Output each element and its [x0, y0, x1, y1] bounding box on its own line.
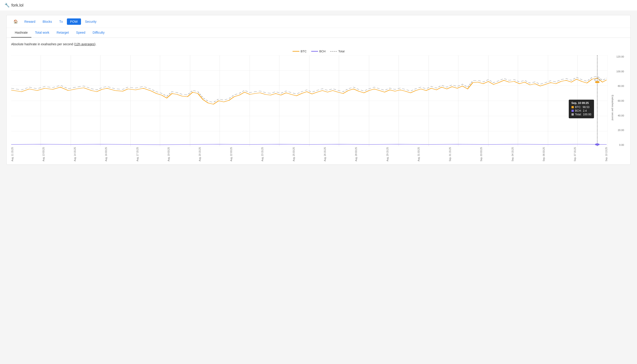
x-tick-0: Aug. 11 15:25 — [11, 147, 14, 161]
tab-total-work[interactable]: Total work — [32, 28, 53, 38]
x-tick-2: Aug. 14 15:25 — [74, 147, 76, 161]
main-container: 🏠 Reward Blocks Tx POW Security Hashrate… — [6, 15, 631, 165]
chart-description: Absolute hashrate in exahashes per secon… — [11, 42, 626, 46]
chart-wrapper: 120.00 100.00 80.00 60.00 40.00 20.00 0.… — [11, 55, 626, 160]
nav-home-icon[interactable]: 🏠 — [11, 18, 20, 25]
tab-bar: Hashrate Total work Retarget Speed Diffi… — [6, 28, 630, 38]
nav-item-tx[interactable]: Tx — [56, 18, 66, 25]
y-tick-0: 0.00 — [619, 144, 624, 146]
y-tick-40: 40.00 — [618, 114, 624, 117]
legend-total: Total — [330, 50, 344, 53]
nav-bar: 🏠 Reward Blocks Tx POW Security — [6, 15, 630, 28]
chart-legend: BTC BCH Total — [11, 50, 626, 53]
x-tick-5: Aug. 19 03:25 — [168, 147, 170, 161]
tab-hashrate[interactable]: Hashrate — [11, 28, 32, 38]
header: 🔧 fork.lol — [0, 0, 637, 10]
y-tick-80: 80.00 — [618, 85, 624, 87]
y-tick-120: 120.00 — [616, 55, 624, 58]
x-tick-6: Aug. 20 15:25 — [198, 147, 201, 161]
logo-icon: 🔧 — [4, 3, 10, 8]
y-axis-title: Exahashes per second — [611, 95, 614, 120]
x-tick-3: Aug. 16 03:25 — [105, 147, 108, 161]
bch-dot — [595, 144, 599, 145]
x-tick-11: Aug. 28 03:25 — [355, 147, 358, 161]
chart-area — [11, 55, 608, 146]
x-tick-9: Aug. 25 03:25 — [292, 147, 295, 161]
x-tick-12: Aug. 29 15:25 — [386, 147, 389, 161]
x-tick-16: Sep. 04 15:25 — [512, 147, 514, 161]
legend-total-line — [330, 51, 337, 52]
legend-total-label: Total — [338, 50, 344, 53]
x-tick-10: Aug. 26 15:25 — [324, 147, 326, 161]
y-tick-60: 60.00 — [618, 100, 624, 102]
nav-item-security[interactable]: Security — [82, 18, 100, 25]
x-tick-4: Aug. 17 15:25 — [136, 147, 139, 161]
y-axis-labels: 120.00 100.00 80.00 60.00 40.00 20.00 0.… — [608, 55, 626, 146]
chart-section: Absolute hashrate in exahashes per secon… — [6, 38, 630, 164]
nav-item-blocks[interactable]: Blocks — [39, 18, 55, 25]
x-tick-7: Aug. 22 03:25 — [230, 147, 232, 161]
logo: 🔧 fork.lol — [4, 3, 24, 8]
x-tick-15: Sep. 03 03:25 — [480, 147, 482, 161]
x-tick-19: Sep. 10 13:25 — [605, 147, 608, 161]
tab-speed[interactable]: Speed — [72, 28, 89, 38]
legend-btc-line — [292, 51, 300, 52]
y-tick-20: 20.00 — [618, 129, 624, 132]
legend-btc: BTC — [292, 50, 307, 53]
chart-svg — [11, 55, 608, 146]
x-axis-labels: Aug. 11 15:25 Aug. 13 03:25 Aug. 14 15:2… — [11, 146, 608, 160]
x-tick-17: Sep. 06 03:25 — [542, 147, 545, 161]
nav-item-pow[interactable]: POW — [67, 18, 81, 25]
btc-dot — [595, 81, 599, 83]
tab-retarget[interactable]: Retarget — [53, 28, 72, 38]
x-tick-14: Sep. 01 15:25 — [449, 147, 451, 161]
legend-bch-label: BCH — [320, 50, 326, 53]
tab-difficulty[interactable]: Difficulty — [89, 28, 108, 38]
x-tick-8: Aug. 23 15:25 — [261, 147, 264, 161]
y-tick-100: 100.00 — [616, 70, 624, 73]
x-tick-13: Aug. 31 03:25 — [418, 147, 420, 161]
logo-text: fork.lol — [12, 3, 24, 8]
x-tick-1: Aug. 13 03:25 — [42, 147, 45, 161]
legend-bch: BCH — [311, 50, 326, 53]
legend-bch-line — [311, 51, 318, 52]
nav-item-reward[interactable]: Reward — [21, 18, 38, 25]
chart-description-link[interactable]: 12h averages — [75, 42, 94, 46]
legend-btc-label: BTC — [301, 50, 307, 53]
x-tick-18: Sep. 07 15:25 — [574, 147, 576, 161]
